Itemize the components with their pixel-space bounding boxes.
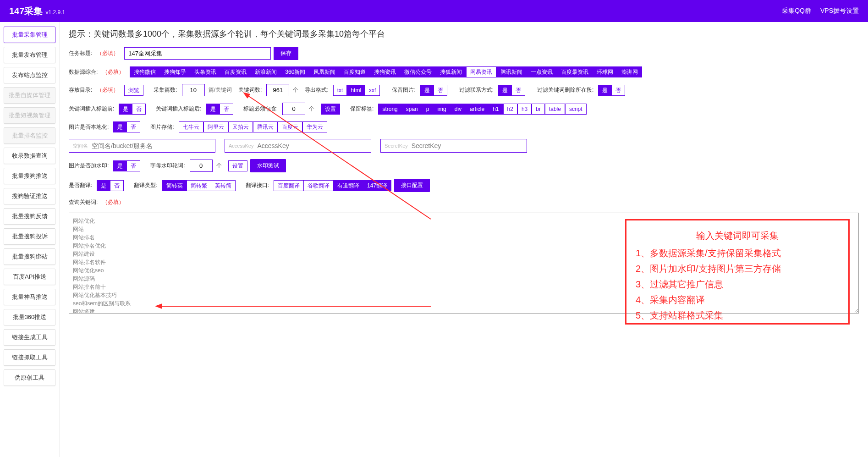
source-tag[interactable]: 搜狗资讯 <box>370 66 400 77</box>
must-contain-input[interactable] <box>282 103 305 115</box>
sidebar-item[interactable]: 批量神马推送 <box>4 289 55 305</box>
sidebar-item[interactable]: 批量搜狗绑站 <box>4 248 55 265</box>
translate-api-option[interactable]: 有道翻译 <box>333 180 363 191</box>
keywords-textarea[interactable] <box>69 213 859 314</box>
must-contain-unit: 个 <box>309 105 314 113</box>
sidebar-item: 批量短视频管理 <box>4 107 55 124</box>
link-vps-dial[interactable]: VPS拨号设置 <box>820 7 859 15</box>
label-translate-type: 翻译类型: <box>134 182 157 189</box>
keep-image-option[interactable]: 否 <box>434 85 447 96</box>
source-tag[interactable]: 澎湃网 <box>617 66 642 77</box>
sidebar-item[interactable]: 搜狗验证推送 <box>4 188 55 204</box>
source-tag[interactable]: 凤凰新闻 <box>309 66 340 77</box>
sidebar-item[interactable]: 链接生成工具 <box>4 329 55 346</box>
image-store-option[interactable]: 腾讯云 <box>253 121 278 132</box>
watermark-option[interactable]: 否 <box>126 160 140 171</box>
task-title-input[interactable] <box>124 47 271 60</box>
brand-name: 147采集 <box>9 5 43 17</box>
keep-tag-option[interactable]: table <box>545 104 565 115</box>
source-tag[interactable]: 百度资讯 <box>220 66 251 77</box>
oss-space-field[interactable] <box>92 142 211 149</box>
sidebar-item[interactable]: 发布站点监控 <box>4 67 55 83</box>
keep-tag-option[interactable]: h1 <box>489 104 503 115</box>
oss-sk-field[interactable] <box>412 142 523 149</box>
image-store-option[interactable]: 又拍云 <box>228 121 253 132</box>
oss-sk-input[interactable]: SecretKey <box>380 139 527 153</box>
per-count-input[interactable] <box>182 84 205 96</box>
source-tag[interactable]: 微信公众号 <box>400 66 436 77</box>
browse-button[interactable]: 浏览 <box>124 85 143 96</box>
keep-tag-option[interactable]: p <box>422 104 434 115</box>
insert-after-option[interactable]: 否 <box>220 104 233 115</box>
must-set-button[interactable]: 设置 <box>321 104 340 115</box>
insert-before-option[interactable]: 否 <box>132 104 146 115</box>
kw-count-input[interactable] <box>266 84 289 96</box>
source-tag[interactable]: 百度知道 <box>340 66 370 77</box>
export-format-option[interactable]: html <box>346 85 365 96</box>
image-store-option[interactable]: 阿里云 <box>203 121 228 132</box>
source-tag[interactable]: 环球网 <box>593 66 617 77</box>
sidebar-item[interactable]: 批量搜狗推送 <box>4 168 55 184</box>
image-local-option[interactable]: 是 <box>113 121 126 132</box>
oss-ak-field[interactable] <box>257 142 367 149</box>
sidebar-item[interactable]: 伪原创工具 <box>4 369 55 386</box>
source-tag[interactable]: 360新闻 <box>281 66 309 77</box>
sidebar-item[interactable]: 批量采集管理 <box>4 27 55 43</box>
sidebar-item[interactable]: 批量360推送 <box>4 309 55 325</box>
translate-type-option[interactable]: 英转简 <box>211 180 236 191</box>
source-tag[interactable]: 搜狗知乎 <box>160 66 190 77</box>
translate-type-option[interactable]: 简转英 <box>162 180 187 191</box>
source-tag[interactable]: 头条资讯 <box>190 66 220 77</box>
keep-tag-option[interactable]: article <box>466 104 489 115</box>
source-tag[interactable]: 腾讯新闻 <box>496 66 527 77</box>
link-qq-group[interactable]: 采集QQ群 <box>782 7 811 15</box>
source-tag[interactable]: 新浪新闻 <box>251 66 281 77</box>
watermark-option[interactable]: 是 <box>113 160 126 171</box>
keep-image-option[interactable]: 是 <box>420 85 434 96</box>
keep-tag-option[interactable]: span <box>402 104 422 115</box>
translate-api-option[interactable]: 百度翻译 <box>274 180 303 191</box>
insert-before-option[interactable]: 是 <box>119 104 132 115</box>
keep-tag-option[interactable]: strong <box>378 104 401 115</box>
translate-api-option[interactable]: 147翻译 <box>363 180 391 191</box>
sidebar-item[interactable]: 批量发布管理 <box>4 47 55 63</box>
filter-contact-option[interactable]: 是 <box>498 85 511 96</box>
source-tag[interactable]: 搜狗微信 <box>130 66 160 77</box>
keep-tag-option[interactable]: br <box>532 104 545 115</box>
letter-wm-input[interactable] <box>190 160 213 172</box>
filter-contact-option[interactable]: 否 <box>511 85 525 96</box>
translate-option[interactable]: 否 <box>110 180 124 191</box>
source-tag[interactable]: 网易资讯 <box>466 66 496 77</box>
sidebar-item[interactable]: 百度API推送 <box>4 269 55 285</box>
export-format-option[interactable]: xxf <box>365 85 380 96</box>
oss-ak-input[interactable]: AccessKey <box>225 139 371 153</box>
oss-space-input[interactable]: 空间名 <box>69 139 215 153</box>
source-tag[interactable]: 一点资讯 <box>527 66 557 77</box>
keep-tag-option[interactable]: script <box>565 104 587 115</box>
sidebar-item[interactable]: 批量搜狗投诉 <box>4 228 55 245</box>
sidebar-item[interactable]: 链接抓取工具 <box>4 349 55 366</box>
wm-test-button[interactable]: 水印测试 <box>250 159 286 172</box>
export-format-option[interactable]: txt <box>333 85 347 96</box>
image-local-option[interactable]: 否 <box>126 121 140 132</box>
save-button[interactable]: 保存 <box>274 47 298 60</box>
filter-keyword-option[interactable]: 是 <box>598 85 611 96</box>
sidebar-item[interactable]: 批量搜狗反馈 <box>4 208 55 225</box>
insert-after-option[interactable]: 是 <box>206 104 220 115</box>
image-store-option[interactable]: 七牛云 <box>179 121 203 132</box>
api-config-button[interactable]: 接口配置 <box>394 179 430 192</box>
image-store-option[interactable]: 华为云 <box>302 121 327 132</box>
sidebar-item[interactable]: 收录数据查询 <box>4 148 55 164</box>
keep-tag-option[interactable]: img <box>433 104 450 115</box>
image-store-option[interactable]: 百度云 <box>278 121 302 132</box>
wm-set-button[interactable]: 设置 <box>228 160 247 171</box>
keep-tag-option[interactable]: div <box>450 104 466 115</box>
source-tag[interactable]: 百度最资讯 <box>557 66 593 77</box>
translate-type-option[interactable]: 简转繁 <box>187 180 211 191</box>
source-tag[interactable]: 搜狐新闻 <box>436 66 466 77</box>
translate-option[interactable]: 是 <box>97 180 110 191</box>
filter-keyword-option[interactable]: 否 <box>611 85 625 96</box>
keep-tag-option[interactable]: h3 <box>517 104 532 115</box>
keep-tag-option[interactable]: h2 <box>503 104 517 115</box>
translate-api-option[interactable]: 谷歌翻译 <box>303 180 333 191</box>
